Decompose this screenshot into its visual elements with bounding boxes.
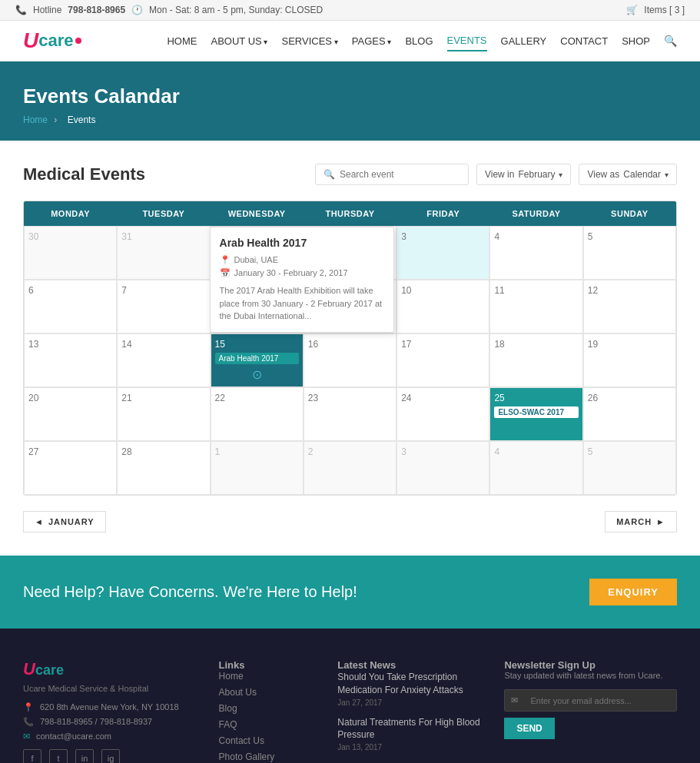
nav-home[interactable]: HOME <box>167 32 197 51</box>
newsletter-email-input[interactable] <box>524 690 676 711</box>
facebook-icon[interactable]: f <box>23 749 41 763</box>
cal-cell-3: 3 <box>396 226 489 280</box>
cal-cell-mar4: 4 <box>489 441 582 495</box>
footer-grid: Ucare Ucare Medical Service & Hospital 📍… <box>23 659 677 763</box>
top-bar-left: 📞 Hotline 798-818-8965 🕐 Mon - Sat: 8 am… <box>15 5 323 15</box>
event-badge-2[interactable]: ELSO-SWAC 2017 <box>494 406 578 418</box>
footer-link-contact[interactable]: Contact Us <box>219 735 315 746</box>
footer-news: Latest News Should You Take Prescription… <box>337 659 481 763</box>
main-nav: HOME ABOUT US SERVICES PAGES BLOG EVENTS… <box>167 31 677 51</box>
send-button[interactable]: SEND <box>504 718 554 739</box>
cal-cell-17: 17 <box>396 333 489 387</box>
cal-cell-28: 28 <box>117 441 210 495</box>
footer-link-gallery[interactable]: Photo Gallery <box>219 751 315 762</box>
calendar-header: MONDAY TUESDAY WEDNESDAY THURSDAY FRIDAY… <box>24 201 676 226</box>
cal-cell-mar5: 5 <box>583 441 676 495</box>
cal-header-sunday: SUNDAY <box>583 201 676 226</box>
footer-news-title: Latest News <box>337 659 481 671</box>
email-icon-box: ✉ <box>505 690 524 711</box>
cal-cell-10: 10 <box>396 280 489 333</box>
nav-contact[interactable]: CONTACT <box>560 32 608 51</box>
cal-cell-jan30: 30 <box>24 226 117 280</box>
nav-events[interactable]: EVENTS <box>447 31 487 51</box>
nav-gallery[interactable]: GALLERY <box>501 32 547 51</box>
calendar-grid: 30 31 Arab Health 2017 📍 Dubai, UAE 📅 Ja… <box>24 226 676 495</box>
cart-icon: 🛒 <box>626 5 638 15</box>
footer-links: Links Home About Us Blog FAQ Contact Us … <box>219 659 315 763</box>
cal-cell-4: 4 <box>489 226 582 280</box>
nav-blog[interactable]: BLOG <box>405 32 433 51</box>
twitter-icon[interactable]: t <box>49 749 68 763</box>
breadcrumb-home[interactable]: Home <box>23 114 48 125</box>
clock-icon: 🕐 <box>131 5 143 15</box>
nav-about[interactable]: ABOUT US <box>211 32 267 51</box>
top-bar-right: 🛒 Items [ 3 ] <box>626 5 685 15</box>
view-in-dropdown[interactable]: View in February <box>476 164 572 185</box>
footer-logo-care: care <box>35 662 64 678</box>
logo-care: care <box>38 31 73 51</box>
nav-services[interactable]: SERVICES <box>281 32 337 51</box>
view-as-dropdown[interactable]: View as Calendar <box>579 164 677 185</box>
cal-cell-15[interactable]: 15 Arab Health 2017 ⊙ <box>211 333 304 387</box>
cal-cell-18: 18 <box>489 333 582 387</box>
footer-phones: 📞 798-818-8965 / 798-818-8937 <box>23 717 196 727</box>
cal-cell-mar1: 1 <box>211 441 304 495</box>
next-month-button[interactable]: MARCH ► <box>605 511 677 532</box>
footer-address: 📍 620 8th Avenue New York, NY 10018 <box>23 702 196 712</box>
main-content: Medical Events 🔍 View in February View a… <box>0 141 700 556</box>
news-date-2: Jan 13, 2017 <box>337 743 481 751</box>
calendar-icon: 📅 <box>220 268 231 278</box>
news-title-1[interactable]: Should You Take Prescription Medication … <box>337 671 481 697</box>
email-row: ✉ <box>504 689 677 712</box>
cal-cell-11: 11 <box>489 280 582 333</box>
breadcrumb-separator: › <box>54 114 59 125</box>
search-icon[interactable]: 🔍 <box>664 35 677 47</box>
event-badge-1[interactable]: Arab Health 2017 <box>215 353 299 364</box>
cal-cell-13: 13 <box>24 333 117 387</box>
cal-cell-24: 24 <box>396 387 489 441</box>
footer-link-faq[interactable]: FAQ <box>219 719 315 730</box>
calendar-nav: ◄ JANUARY MARCH ► <box>23 511 677 532</box>
cal-header-tuesday: TUESDAY <box>117 201 210 226</box>
cal-cell-5: 5 <box>583 226 676 280</box>
linkedin-icon[interactable]: in <box>75 749 94 763</box>
event-cursor: ⊙ <box>215 367 299 382</box>
prev-month-button[interactable]: ◄ JANUARY <box>23 511 106 532</box>
search-input[interactable] <box>340 169 460 180</box>
nav-shop[interactable]: SHOP <box>622 32 650 51</box>
popup-location: 📍 Dubai, UAE <box>220 255 384 265</box>
news-item-2: Natural Treatments For High Blood Pressu… <box>337 716 481 752</box>
cal-header-saturday: SATURDAY <box>489 201 582 226</box>
hero-section: Events Calandar Home › Events <box>0 61 700 141</box>
cal-cell-16: 16 <box>304 333 396 387</box>
cal-header-wednesday: WEDNESDAY <box>211 201 304 226</box>
hours-text: Mon - Sat: 8 am - 5 pm, Sunday: CLOSED <box>149 5 323 15</box>
instagram-icon[interactable]: ig <box>101 749 120 763</box>
cal-cell-mar3: 3 <box>396 441 489 495</box>
news-title-2[interactable]: Natural Treatments For High Blood Pressu… <box>337 716 481 742</box>
events-title: Medical Events <box>23 164 145 184</box>
footer: Ucare Ucare Medical Service & Hospital 📍… <box>0 629 700 763</box>
cal-cell-20: 20 <box>24 387 117 441</box>
enquiry-button[interactable]: ENQUIRY <box>589 579 677 605</box>
location-icon: 📍 <box>23 702 34 712</box>
help-section: Need Help? Have Concerns. We're Here to … <box>0 556 700 629</box>
logo[interactable]: Ucare <box>23 28 81 53</box>
footer-link-home[interactable]: Home <box>219 671 315 682</box>
footer-link-blog[interactable]: Blog <box>219 703 315 714</box>
cal-cell-21: 21 <box>117 387 210 441</box>
cal-cell-7: 7 <box>117 280 210 333</box>
cal-header-thursday: THURSDAY <box>304 201 396 226</box>
cal-cell-6: 6 <box>24 280 117 333</box>
cal-cell-mar2: 2 <box>304 441 396 495</box>
breadcrumb: Home › Events <box>23 114 677 125</box>
email-icon: ✉ <box>23 731 30 741</box>
cal-header-monday: MONDAY <box>24 201 117 226</box>
footer-link-about[interactable]: About Us <box>219 687 315 698</box>
search-box[interactable]: 🔍 <box>315 164 469 185</box>
events-controls: 🔍 View in February View as Calendar <box>315 164 677 185</box>
nav-pages[interactable]: PAGES <box>352 32 392 51</box>
cal-cell-25[interactable]: 25 ELSO-SWAC 2017 <box>489 387 582 441</box>
footer-tagline: Ucare Medical Service & Hospital <box>23 684 196 693</box>
footer-logo-u: U <box>23 659 35 678</box>
